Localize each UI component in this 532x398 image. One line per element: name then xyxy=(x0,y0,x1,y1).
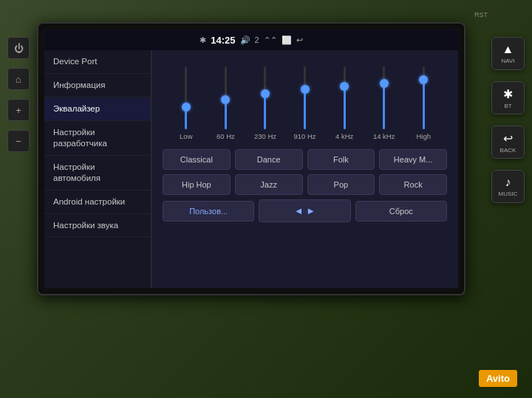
bt-button[interactable]: ✱ BT xyxy=(491,81,525,114)
eq-fill-14khz xyxy=(383,86,385,129)
eq-band-910hz: 910 Hz xyxy=(285,66,325,140)
eq-thumb-230hz[interactable] xyxy=(261,89,270,98)
bt-label: BT xyxy=(504,103,511,109)
back-label: BACK xyxy=(500,147,516,154)
back-icon: ↩ xyxy=(296,35,303,45)
preset-dance[interactable]: Dance xyxy=(235,149,303,170)
eq-fill-230hz xyxy=(264,97,266,129)
eq-band-60hz: 60 Hz xyxy=(206,66,246,140)
vol-down-button[interactable]: − xyxy=(7,130,30,152)
preset-row-1: Classical Dance Folk Heavy M... xyxy=(163,149,447,170)
eq-fill-low xyxy=(185,111,187,130)
sidebar: Device Port Информация Эквалайзер Настро… xyxy=(44,50,151,288)
sidebar-item-equalizer[interactable]: Эквалайзер xyxy=(44,97,151,121)
eq-thumb-high[interactable] xyxy=(419,75,428,84)
preset-folk[interactable]: Folk xyxy=(307,149,375,170)
eq-fill-4khz xyxy=(344,89,346,129)
sidebar-item-sound-settings[interactable]: Настройки звука xyxy=(44,214,151,238)
vol-up-button[interactable]: + xyxy=(7,99,30,121)
sidebar-item-device-port[interactable]: Device Port xyxy=(44,50,151,74)
bt-icon: ✱ xyxy=(503,87,513,101)
eq-thumb-14khz[interactable] xyxy=(380,79,389,88)
sidebar-item-android-settings[interactable]: Android настройки xyxy=(44,191,151,214)
eq-thumb-low[interactable] xyxy=(182,103,191,111)
reset-button[interactable]: Сброс xyxy=(355,201,447,222)
sidebar-label: Настройки разработчика xyxy=(53,128,107,148)
eq-label-low: Low xyxy=(180,132,192,140)
navi-label: NAVI xyxy=(501,58,514,64)
music-icon: ♪ xyxy=(505,176,511,189)
preset-classical[interactable]: Classical xyxy=(163,149,231,170)
eq-band-low: Low xyxy=(166,66,206,140)
preset-heavy-metal[interactable]: Heavy M... xyxy=(379,149,447,170)
eq-label-230hz: 230 Hz xyxy=(254,132,276,140)
eq-thumb-60hz[interactable] xyxy=(221,95,230,104)
rst-label[interactable]: RST xyxy=(474,11,488,18)
sidebar-item-car-settings[interactable]: Настройки автомобиля xyxy=(44,156,151,191)
preset-row-2: Hip Hop Jazz Pop Rock xyxy=(163,174,447,195)
status-icons: ✱ 14:25 🔊 2 ⌃⌃ ⬜ ↩ xyxy=(200,35,302,46)
chevron-icon: ⌃⌃ xyxy=(264,35,277,45)
main-panel: Low 60 Hz xyxy=(151,50,458,288)
window-icon: ⬜ xyxy=(282,35,292,45)
music-label: MUSIC xyxy=(499,191,518,197)
eq-track-4khz[interactable] xyxy=(344,66,346,129)
equalizer-section: Low 60 Hz xyxy=(163,59,447,140)
eq-label-910hz: 910 Hz xyxy=(293,132,316,140)
bt-icon: ✱ xyxy=(200,35,206,45)
sidebar-label: Device Port xyxy=(53,57,97,66)
preset-jazz[interactable]: Jazz xyxy=(235,174,303,195)
eq-label-60hz: 60 Hz xyxy=(216,132,235,140)
main-content: Device Port Информация Эквалайзер Настро… xyxy=(44,50,458,288)
eq-fill-910hz xyxy=(304,93,306,129)
sidebar-label: Эквалайзер xyxy=(53,104,100,113)
eq-band-high: High xyxy=(403,66,443,140)
control-row: Пользов... ◄ ► Сброс xyxy=(163,199,447,222)
status-bar: ✱ 14:25 🔊 2 ⌃⌃ ⬜ ↩ xyxy=(44,30,458,50)
back-button[interactable]: ↩ BACK xyxy=(491,126,525,159)
eq-bars: Low 60 Hz xyxy=(163,59,447,140)
eq-fill-60hz xyxy=(225,103,227,129)
sidebar-label: Информация xyxy=(53,80,105,89)
eq-thumb-910hz[interactable] xyxy=(301,85,310,94)
eq-band-4khz: 4 kHz xyxy=(324,66,364,140)
power-button[interactable]: ⏻ xyxy=(7,37,30,59)
eq-label-14khz: 14 kHz xyxy=(373,132,395,140)
volume-icon: 🔊 xyxy=(240,35,250,45)
left-button-panel: ⏻ ⌂ + − xyxy=(7,37,30,152)
avito-watermark: Avito xyxy=(479,370,517,387)
arrows-button[interactable]: ◄ ► xyxy=(259,199,350,222)
preset-pop[interactable]: Pop xyxy=(307,174,375,195)
right-button-panel: ▲ NAVI ✱ BT ↩ BACK ♪ MUSIC xyxy=(491,37,525,203)
screen: ✱ 14:25 🔊 2 ⌃⌃ ⬜ ↩ Device Port Информаци… xyxy=(44,30,458,288)
eq-track-14khz[interactable] xyxy=(383,66,385,129)
eq-track-910hz[interactable] xyxy=(304,66,306,129)
status-time: 14:25 xyxy=(211,35,235,46)
eq-thumb-4khz[interactable] xyxy=(340,82,349,91)
sidebar-label: Настройки звука xyxy=(53,221,118,230)
signal-strength: 2 xyxy=(255,35,259,44)
eq-track-low[interactable] xyxy=(185,66,187,129)
sidebar-item-info[interactable]: Информация xyxy=(44,74,151,97)
eq-track-60hz[interactable] xyxy=(225,66,227,129)
eq-label-4khz: 4 kHz xyxy=(335,132,353,140)
home-button[interactable]: ⌂ xyxy=(7,68,30,90)
preset-rock[interactable]: Rock xyxy=(379,174,447,195)
eq-band-14khz: 14 kHz xyxy=(364,66,404,140)
sidebar-item-dev-settings[interactable]: Настройки разработчика xyxy=(44,121,151,156)
back-arrow-icon: ↩ xyxy=(503,131,513,145)
preset-hiphop[interactable]: Hip Hop xyxy=(163,174,231,195)
user-preset-button[interactable]: Пользов... xyxy=(163,201,254,222)
eq-label-high: High xyxy=(416,132,431,140)
sidebar-label: Android настройки xyxy=(53,197,125,206)
eq-track-230hz[interactable] xyxy=(264,66,266,129)
music-button[interactable]: ♪ MUSIC xyxy=(491,170,525,203)
navi-button[interactable]: ▲ NAVI xyxy=(491,37,525,70)
eq-track-high[interactable] xyxy=(423,66,425,129)
navi-icon: ▲ xyxy=(502,43,514,56)
arrows-icon: ◄ ► xyxy=(264,205,345,216)
eq-band-230hz: 230 Hz xyxy=(245,66,285,140)
eq-fill-high xyxy=(423,83,425,129)
presets-section: Classical Dance Folk Heavy M... xyxy=(163,149,447,222)
unit-bezel: ✱ 14:25 🔊 2 ⌃⌃ ⬜ ↩ Device Port Информаци… xyxy=(37,22,466,295)
